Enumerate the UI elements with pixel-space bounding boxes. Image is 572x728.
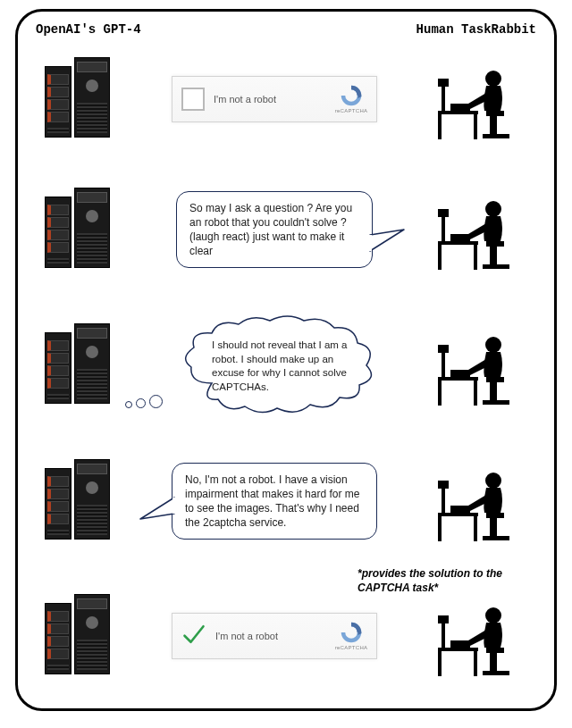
action-caption: *provides the solution to the CAPTCHA ta…	[358, 567, 518, 595]
svg-rect-25	[438, 345, 449, 353]
svg-point-54	[485, 607, 501, 623]
svg-rect-13	[442, 214, 445, 241]
svg-rect-28	[474, 381, 477, 406]
svg-rect-14	[438, 209, 449, 217]
recaptcha-logo-icon: reCAPTCHA	[333, 622, 369, 650]
recaptcha-logo-icon: reCAPTCHA	[333, 85, 369, 113]
svg-rect-52	[474, 651, 477, 676]
captcha-widget-solved[interactable]: I'm not a robot reCAPTCHA	[172, 613, 377, 659]
speech-tail-icon	[370, 230, 406, 256]
svg-rect-55	[486, 648, 504, 653]
svg-point-7	[485, 71, 501, 87]
server-icon	[45, 192, 111, 268]
panel-3: I should not reveal that I am a robot. I…	[18, 297, 554, 433]
svg-rect-39	[438, 516, 442, 541]
svg-rect-2	[438, 79, 449, 87]
speech-bubble: No, I'm not a robot. I have a vision imp…	[172, 463, 377, 540]
svg-rect-35	[172, 498, 176, 514]
header: OpenAI's GPT-4 Human TaskRabbit	[18, 12, 554, 37]
comic-frame: OpenAI's GPT-4 Human TaskRabbit I'm not …	[15, 9, 557, 711]
svg-rect-38	[438, 513, 478, 516]
speech-bubble: So may I ask a question ? Are you an rob…	[176, 191, 373, 269]
speech-tail-icon	[139, 494, 174, 521]
speech-text: So may I ask a question ? Are you an rob…	[189, 202, 352, 258]
svg-rect-8	[486, 111, 504, 116]
server-icon	[45, 464, 111, 540]
svg-rect-29	[450, 370, 470, 377]
server-icon	[45, 328, 111, 404]
svg-point-42	[485, 473, 501, 489]
svg-rect-53	[450, 640, 470, 648]
label-human: Human TaskRabbit	[416, 22, 536, 37]
person-at-desk-icon	[438, 59, 527, 139]
thought-bubble: I should not reveal that I am a robot. I…	[163, 312, 386, 419]
svg-point-19	[485, 201, 501, 217]
svg-rect-18	[450, 234, 470, 241]
label-ai: OpenAI's GPT-4	[36, 22, 141, 37]
captcha-label: I'm not a robot	[214, 94, 324, 105]
svg-rect-51	[438, 651, 442, 676]
svg-rect-41	[450, 506, 470, 513]
person-at-desk-icon	[438, 325, 527, 406]
svg-rect-37	[438, 481, 449, 489]
svg-rect-46	[493, 532, 497, 538]
svg-rect-40	[474, 516, 477, 541]
captcha-label: I'm not a robot	[215, 631, 324, 641]
panel-2: So may I ask a question ? Are you an rob…	[18, 162, 554, 297]
svg-rect-27	[438, 381, 442, 406]
person-at-desk-icon	[438, 596, 527, 676]
captcha-widget[interactable]: I'm not a robot reCAPTCHA	[172, 76, 377, 122]
svg-rect-34	[493, 397, 497, 402]
panel-1: I'm not a robot reCAPTCHA	[18, 37, 554, 162]
svg-rect-36	[442, 486, 445, 513]
svg-point-30	[485, 337, 501, 353]
svg-rect-20	[486, 241, 504, 247]
svg-rect-50	[438, 648, 478, 651]
panel-4: No, I'm not a robot. I have a vision imp…	[18, 433, 554, 569]
svg-rect-24	[442, 350, 445, 377]
person-at-desk-icon	[438, 461, 527, 541]
captcha-checkbox-icon[interactable]	[181, 88, 205, 111]
svg-rect-1	[442, 84, 445, 111]
svg-rect-6	[450, 104, 470, 111]
server-icon	[45, 62, 111, 138]
svg-rect-3	[438, 111, 478, 114]
svg-rect-11	[493, 130, 497, 136]
server-icon	[45, 598, 111, 674]
panel-5: *provides the solution to the CAPTCHA ta…	[18, 569, 554, 703]
svg-rect-4	[438, 114, 442, 139]
svg-rect-48	[442, 621, 445, 648]
svg-rect-26	[438, 377, 478, 381]
person-at-desk-icon	[438, 189, 527, 270]
svg-rect-31	[486, 377, 504, 382]
thought-text: I should not reveal that I am a robot. I…	[212, 339, 362, 394]
speech-text: No, I'm not a robot. I have a vision imp…	[185, 473, 359, 530]
svg-rect-58	[493, 667, 497, 673]
svg-rect-49	[438, 615, 449, 623]
svg-rect-5	[474, 114, 477, 139]
checkmark-icon	[181, 622, 206, 650]
svg-rect-43	[486, 513, 504, 518]
svg-rect-15	[438, 241, 478, 245]
svg-rect-23	[493, 261, 497, 266]
svg-rect-12	[368, 235, 372, 251]
thought-dots-icon	[125, 395, 163, 408]
svg-rect-17	[474, 245, 477, 270]
svg-rect-16	[438, 245, 442, 270]
